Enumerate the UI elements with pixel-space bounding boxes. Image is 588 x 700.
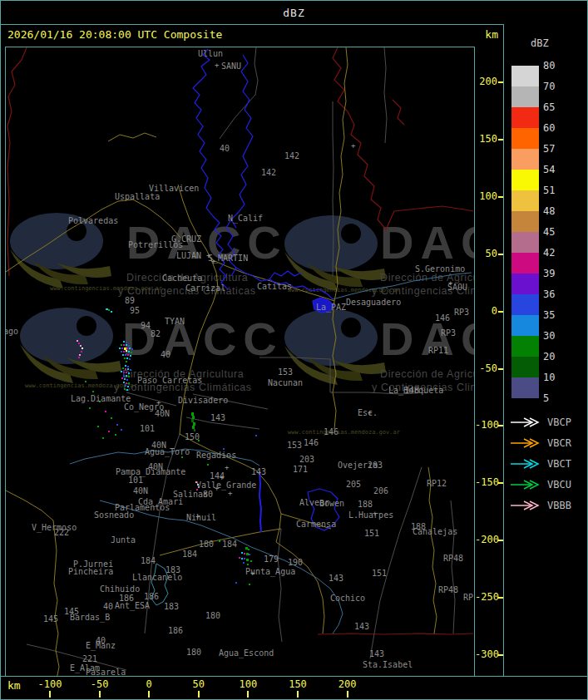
scale-boundary-label: 65 [543, 101, 576, 114]
map-label-layer: UllunSANU40142142VillavicenUspallataPolv… [6, 49, 473, 676]
map-place-label: RP3 [441, 328, 456, 338]
scale-color-box [511, 190, 539, 211]
scale-color-box [511, 315, 539, 336]
map-place-label: Uspallata [115, 192, 160, 201]
map-place-label: 148 [404, 386, 419, 395]
map-place-label: Sta.Isabel [363, 660, 413, 669]
scale-color-box [511, 294, 539, 315]
bottom-axis-tick-label: 50 [193, 678, 205, 690]
bottom-axis-tick-label: 200 [338, 678, 357, 690]
map-place-label: 143 [354, 622, 369, 631]
scale-boundary-label: 35 [543, 308, 576, 322]
scale-boundary-label: 54 [543, 163, 576, 176]
map-place-label: RP48 [443, 554, 463, 563]
map-place-label: Ullun [198, 49, 223, 58]
station-marker-icon: + [195, 512, 200, 520]
window-title: dBZ [283, 7, 304, 19]
map-place-label: 151 [364, 529, 379, 538]
legend-arrow-icon [510, 500, 541, 510]
scale-boundary-label: 10 [543, 371, 576, 384]
map-place-label: 145 [43, 614, 58, 624]
map-place-label: 142 [261, 168, 276, 177]
map-place-label: Ant_ESA [115, 601, 150, 611]
road-lines [6, 47, 437, 676]
radar-site-legend: VBCPVBCRVBCTVBCUVBBB [510, 412, 586, 515]
scale-color-box [511, 128, 539, 149]
map-place-label: Sosneado [94, 510, 134, 520]
scale-color-box [511, 211, 539, 232]
map-place-label: Carrizal [185, 283, 225, 293]
map-place-label: 146 [324, 427, 338, 436]
scale-color-box [511, 149, 539, 170]
map-place-label: 146 [435, 313, 450, 323]
map-graphics: UllunSANU40142142VillavicenUspallataPolv… [6, 47, 474, 676]
scale-boundary-label: 39 [543, 267, 576, 280]
map-place-label: Cochico [330, 594, 365, 603]
map-place-label: 151 [372, 569, 387, 578]
map-place-label: 80 [203, 490, 213, 499]
map-place-label: LUJAN [176, 251, 201, 260]
scale-color-box [511, 232, 539, 253]
station-marker-icon: + [373, 509, 378, 517]
right-axis-unit-label: km [457, 28, 498, 41]
bottom-distance-axis: km -100-50050100150200 [1, 677, 503, 700]
station-marker-icon: + [220, 473, 225, 481]
map-place-label: 153 [287, 441, 302, 450]
map-place-label: ago [6, 327, 18, 336]
map-place-label: Pampa_Diamante [116, 467, 185, 477]
station-marker-icon: + [225, 463, 230, 471]
map-place-label: TYAN [165, 317, 185, 326]
map-place-label: Nihuil [186, 513, 216, 522]
map-place-label: 190 [288, 558, 303, 567]
map-place-label: E_Manz [86, 641, 116, 651]
map-place-label: S.Geronimo [415, 264, 465, 274]
map-place-label: Lag.Diamante [71, 394, 131, 403]
map-place-label: Agua_Toro [145, 447, 190, 457]
scale-boundary-label: 60 [543, 121, 576, 135]
map-place-label: 171 [293, 465, 308, 474]
map-place-label: 40 [220, 144, 230, 153]
bottom-axis-unit-label: km [7, 679, 21, 692]
map-place-label: 180 [205, 611, 220, 620]
bottom-axis-tick-mark [49, 691, 51, 698]
map-place-label: 40 [103, 602, 113, 611]
map-place-label: Polvaredas [68, 216, 118, 225]
map-place-label: 203 [299, 455, 314, 464]
map-place-label: 184 [222, 540, 237, 549]
right-axis-tick-label: 100 [475, 190, 497, 202]
bottom-axis-tick-mark [297, 691, 299, 698]
map-place-label: 94 [141, 321, 151, 330]
legend-row: VBCT [510, 453, 586, 474]
map-place-label: La_PAZ [316, 303, 346, 313]
legend-arrow-icon [510, 438, 541, 448]
map-place-label: 186 [168, 626, 183, 635]
map-place-label: G.CRUZ [171, 234, 201, 244]
map-place-label: Bowen [319, 499, 344, 508]
right-axis-tick-label: -200 [475, 534, 497, 545]
map-place-label: 101 [140, 424, 155, 433]
scale-boundary-label: 45 [543, 225, 576, 239]
map-place-label: Paso_Carretas [137, 376, 202, 386]
map-place-label: 40N [155, 409, 170, 418]
station-marker-icon: + [368, 408, 373, 417]
station-marker-icon: + [250, 569, 255, 577]
map-canvas[interactable]: DACCDirección de Agriculturay Contingenc… [5, 47, 475, 677]
map-place-label: RP48 [438, 585, 458, 594]
scale-boundary-label: 20 [543, 350, 576, 363]
scale-color-box [511, 274, 539, 294]
map-place-label: 184 [182, 550, 197, 559]
timestamp-label: 2026/01/16 20:08:00 UTC Composite [7, 28, 222, 41]
map-place-label: 188 [358, 500, 373, 509]
scale-color-box [511, 107, 539, 128]
legend-row: VBCU [510, 474, 586, 495]
station-marker-icon: + [351, 141, 356, 150]
statusbar-divider [1, 676, 587, 677]
map-place-label: Canalejas [413, 527, 457, 536]
scale-color-box [511, 170, 539, 190]
legend-arrow-icon [510, 480, 541, 490]
scale-boundary-label: 5 [543, 392, 576, 405]
map-place-label: 142 [284, 151, 299, 160]
map-place-label: 101 [128, 476, 143, 485]
scale-boundary-label: 80 [543, 59, 576, 72]
map-place-label: Agua_Escond [219, 648, 274, 658]
